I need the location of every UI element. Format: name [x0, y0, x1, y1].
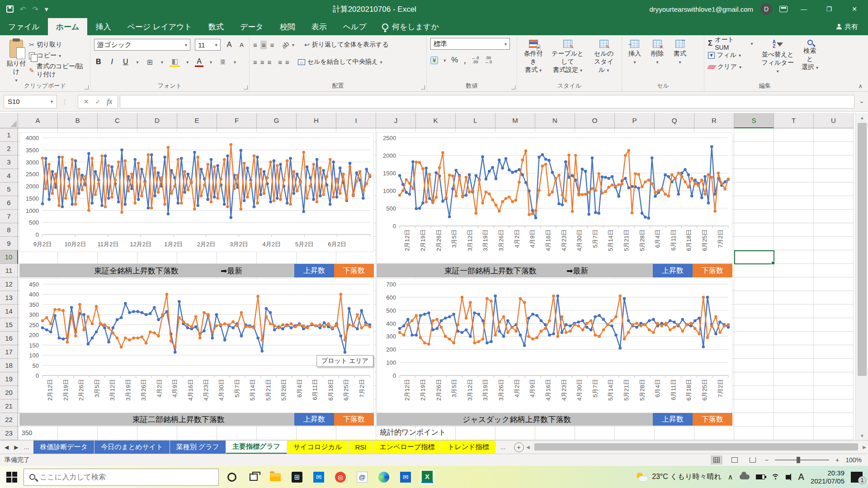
undo-icon[interactable]: ↶: [20, 5, 26, 14]
number-dialog-launcher[interactable]: [511, 85, 515, 89]
column-header-A[interactable]: A: [18, 113, 58, 128]
fill-button[interactable]: ▼フィル▾: [708, 50, 753, 61]
tab-page-layout[interactable]: ページ レイアウト: [119, 18, 200, 35]
row-header-21[interactable]: 21: [0, 399, 18, 413]
share-button[interactable]: 共有: [836, 18, 868, 35]
insert-cells-button[interactable]: ← 挿入▾: [626, 38, 644, 66]
percent-icon[interactable]: %: [451, 56, 458, 65]
column-header-Q[interactable]: Q: [655, 113, 694, 128]
zoom-level[interactable]: 100%: [845, 456, 862, 464]
maximize-button[interactable]: ❐: [820, 0, 838, 18]
sheet-nav-left-icon[interactable]: ◀: [5, 444, 9, 450]
tell-me-box[interactable]: 何をしますか: [375, 18, 446, 35]
column-header-B[interactable]: B: [58, 113, 98, 128]
mail2-icon[interactable]: ✉: [400, 471, 411, 483]
app-red-icon[interactable]: ◎: [335, 471, 346, 483]
clock[interactable]: 20:392021/07/05: [811, 469, 844, 485]
chart-header-tse-second[interactable]: 東証二部銘柄上昇数下落数 上昇数 下落数: [19, 413, 374, 426]
decrease-indent-icon[interactable]: ≡: [278, 58, 282, 66]
row-header-11[interactable]: 11: [0, 264, 18, 277]
column-header-G[interactable]: G: [257, 113, 297, 128]
chart-jasdaq[interactable]: 01002003004005006007002月12日2月19日2月26日3月5…: [377, 278, 732, 413]
row-header-14[interactable]: 14: [0, 305, 18, 318]
legend-up-badge[interactable]: 上昇数: [294, 264, 334, 277]
sheet-overflow-right[interactable]: …: [500, 444, 506, 450]
wifi-icon[interactable]: [771, 474, 779, 480]
hscroll-left-icon[interactable]: ◀: [524, 445, 532, 450]
comma-icon[interactable]: ,: [463, 55, 466, 66]
sheet-tab-主要指標グラフ[interactable]: 主要指標グラフ: [226, 441, 287, 454]
sheet-tab-エンベロープ指標[interactable]: エンベロープ指標: [373, 441, 441, 454]
explorer-icon[interactable]: [269, 471, 281, 483]
top-align-icon[interactable]: ≡: [253, 41, 257, 49]
merge-center-button[interactable]: ↔セルを結合して中央揃え▾: [298, 58, 382, 66]
autosum-button[interactable]: Σオート SUM▾: [708, 38, 753, 49]
taskbar-search[interactable]: [24, 469, 219, 486]
row-header-7[interactable]: 7: [0, 210, 18, 223]
column-header-T[interactable]: T: [774, 113, 814, 128]
search-input[interactable]: [40, 473, 203, 481]
column-header-E[interactable]: E: [177, 113, 217, 128]
atmenu-icon[interactable]: @: [356, 471, 368, 483]
column-header-L[interactable]: L: [456, 113, 495, 128]
name-box[interactable]: S10▾: [4, 95, 57, 108]
shrink-font-button[interactable]: A: [238, 42, 245, 48]
insert-function-icon[interactable]: fx: [107, 98, 112, 106]
bottom-align-icon[interactable]: ≡: [270, 41, 274, 49]
worksheet[interactable]: ABCDEFGHIJKLMNOPQRSTU 123456789101112131…: [0, 112, 868, 440]
column-header-N[interactable]: N: [535, 113, 575, 128]
column-header-O[interactable]: O: [575, 113, 615, 128]
close-button[interactable]: ✕: [845, 0, 863, 18]
sheet-tab-株価診断データ[interactable]: 株価診断データ: [33, 441, 94, 454]
store-icon[interactable]: ⊞: [291, 471, 303, 483]
font-color-button[interactable]: A: [195, 57, 203, 67]
tab-help[interactable]: ヘルプ: [335, 18, 375, 35]
alignment-dialog-launcher[interactable]: [421, 85, 425, 89]
column-header-H[interactable]: H: [297, 113, 336, 128]
zoom-slider[interactable]: [775, 460, 829, 460]
sort-filter-button[interactable]: AZ 並べ替えとフィルター ▾: [757, 38, 798, 76]
column-header-K[interactable]: K: [416, 113, 456, 128]
column-header-D[interactable]: D: [137, 113, 177, 128]
tab-formulas[interactable]: 数式: [200, 18, 232, 35]
redo-icon[interactable]: ↷: [32, 5, 38, 14]
excel-icon[interactable]: X: [421, 471, 433, 483]
volume-icon[interactable]: [786, 475, 789, 479]
ribbon-display-options-icon[interactable]: [779, 6, 788, 12]
font-family-combo[interactable]: 游ゴシック▾: [94, 39, 190, 51]
find-select-button[interactable]: 検索と選択 ▾: [798, 38, 822, 76]
row-header-13[interactable]: 13: [0, 291, 18, 305]
row-header-1[interactable]: 1: [0, 128, 18, 142]
chart-tse-second[interactable]: 0501001502002503003504004502月12日2月19日2月2…: [19, 278, 374, 413]
column-header-R[interactable]: R: [694, 113, 734, 128]
tray-expand-icon[interactable]: ∧: [728, 473, 733, 481]
column-header-P[interactable]: P: [615, 113, 655, 128]
zoom-in-icon[interactable]: +: [835, 456, 839, 464]
column-header-F[interactable]: F: [217, 113, 257, 128]
row-header-8[interactable]: 8: [0, 223, 18, 237]
column-header-C[interactable]: C: [98, 113, 137, 128]
zoom-slider-thumb[interactable]: [797, 457, 800, 463]
sheet-tab-トレンド指標[interactable]: トレンド指標: [441, 441, 495, 454]
sheet-tab-今日のまとめサイト[interactable]: 今日のまとめサイト: [94, 441, 170, 454]
notification-center-icon[interactable]: 1: [851, 472, 863, 483]
row-header-5[interactable]: 5: [0, 183, 18, 196]
cell-styles-button[interactable]: ✎ セルのスタイル ▾: [590, 38, 618, 76]
sheet-tab-サイコロジカル[interactable]: サイコロジカル: [287, 441, 349, 454]
page-layout-view-button[interactable]: [729, 455, 741, 465]
row-header-3[interactable]: 3: [0, 155, 18, 169]
grow-font-button[interactable]: A: [225, 41, 234, 49]
battery-icon[interactable]: [756, 474, 765, 479]
mail-icon[interactable]: ✉: [313, 471, 325, 483]
chart-header-tse-first[interactable]: 東証一部銘柄上昇数下落数 ➡最新 上昇数 下落数: [377, 264, 732, 277]
sheet-tab-RSI[interactable]: RSI: [349, 441, 373, 454]
chart-tse-all[interactable]: 050010001500200025003000350040009月2日10月2…: [19, 132, 374, 252]
legend-up-badge[interactable]: 上昇数: [653, 264, 693, 277]
row-header-15[interactable]: 15: [0, 318, 18, 332]
increase-decimal-icon[interactable]: ←.0.00: [472, 56, 479, 64]
row-header-9[interactable]: 9: [0, 237, 18, 250]
chart-tse-first[interactable]: 050010001500200025002月12日2月19日2月26日3月5日3…: [377, 132, 732, 263]
wrap-text-button[interactable]: ↩折り返して全体を表示する: [304, 41, 389, 49]
row-header-12[interactable]: 12: [0, 277, 18, 291]
font-dialog-launcher[interactable]: [244, 85, 248, 89]
